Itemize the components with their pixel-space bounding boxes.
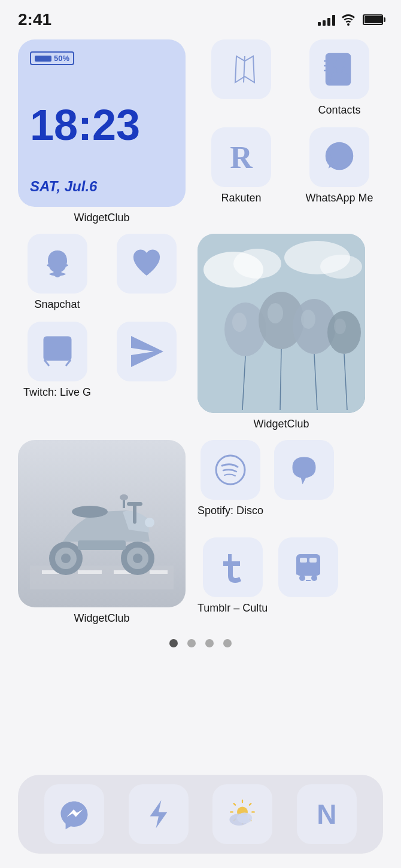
chat-icon [274, 440, 334, 500]
row-2: Snapchat [18, 234, 383, 430]
svg-point-26 [301, 310, 315, 329]
battery-icon [363, 14, 383, 25]
status-icons [318, 14, 383, 26]
svg-rect-35 [150, 570, 168, 574]
send-icon [117, 322, 177, 381]
clock-widget-container: 50% 18:23 SAT, Jul.6 WidgetClub [18, 39, 186, 224]
svg-point-43 [72, 506, 108, 518]
svg-marker-13 [131, 336, 163, 367]
svg-point-54 [299, 575, 305, 581]
svg-point-23 [268, 303, 283, 323]
svg-marker-57 [150, 800, 167, 829]
spotify-icon [200, 440, 260, 500]
app-spotify[interactable]: Spotify: Disco [198, 440, 263, 517]
row1-app-grid: Contacts R Rakuten WhatsApp Me [198, 39, 383, 204]
svg-rect-53 [296, 571, 320, 574]
whatsapp-icon [309, 127, 369, 187]
bolt-icon [142, 798, 175, 830]
row-1: 50% 18:23 SAT, Jul.6 WidgetClub [18, 39, 383, 224]
dock-reeder[interactable] [129, 784, 189, 844]
svg-point-28 [327, 311, 361, 354]
svg-point-20 [232, 313, 247, 332]
svg-point-29 [334, 319, 346, 334]
balloon-widget-label: WidgetClub [253, 418, 309, 430]
health-icon [117, 234, 177, 294]
page-dot-4[interactable] [223, 639, 232, 647]
dock-messenger[interactable] [44, 784, 104, 844]
svg-point-16 [233, 249, 281, 279]
clock-widget[interactable]: 50% 18:23 SAT, Jul.6 [18, 39, 186, 207]
signal-icon [318, 14, 335, 26]
page-dot-1[interactable] [169, 639, 178, 647]
scooter-widget-container: WidgetClub [18, 440, 186, 625]
snapchat-label: Snapchat [34, 298, 80, 311]
row3-app-row2: Tumblr – Cultu [198, 537, 383, 615]
snapchat-icon [28, 234, 87, 294]
widget-battery: 50% [30, 51, 174, 65]
app-snapchat[interactable]: Snapchat [18, 234, 96, 311]
dock: N [18, 775, 383, 854]
home-screen: 50% 18:23 SAT, Jul.6 WidgetClub [0, 33, 401, 625]
widget-date: SAT, Jul.6 [30, 178, 174, 195]
row2-app-grid: Snapchat [18, 234, 186, 399]
whatsapp-label: WhatsApp Me [305, 192, 373, 204]
svg-line-65 [250, 803, 251, 805]
twitch-label: Twitch: Live G [23, 386, 91, 399]
app-tumblr[interactable]: Tumblr – Cultu [198, 537, 268, 615]
maps-icon [211, 39, 271, 99]
tumblr-label: Tumblr – Cultu [198, 602, 268, 615]
svg-point-68 [237, 812, 252, 823]
svg-rect-52 [309, 558, 317, 563]
svg-point-38 [61, 554, 71, 563]
contacts-label: Contacts [318, 104, 360, 117]
app-rakuten[interactable]: R Rakuten [198, 127, 285, 204]
svg-point-41 [133, 554, 142, 563]
app-whatsapp[interactable]: WhatsApp Me [296, 127, 383, 204]
svg-rect-8 [44, 337, 71, 360]
battery-box: 50% [30, 51, 74, 65]
page-dots [0, 639, 401, 647]
row3-app-area: Spotify: Disco [198, 440, 383, 615]
app-transit[interactable] [278, 537, 338, 597]
rakuten-label: Rakuten [221, 192, 261, 204]
svg-point-0 [347, 23, 350, 26]
app-chat[interactable] [274, 440, 334, 500]
dock-notes[interactable]: N [297, 784, 357, 844]
svg-point-48 [120, 494, 128, 500]
spotify-label: Spotify: Disco [198, 505, 263, 517]
balloon-widget[interactable] [198, 234, 365, 413]
contacts-icon [309, 39, 369, 99]
svg-rect-42 [78, 540, 126, 550]
app-contacts[interactable]: Contacts [296, 39, 383, 117]
svg-rect-45 [127, 502, 142, 506]
transit-icon [278, 537, 338, 597]
svg-point-3 [334, 59, 345, 70]
svg-rect-33 [78, 570, 102, 574]
page-dot-3[interactable] [205, 639, 214, 647]
tumblr-icon [203, 537, 263, 597]
app-twitch[interactable]: Twitch: Live G [18, 322, 96, 399]
scooter-art-svg [30, 458, 174, 589]
page-dot-2[interactable] [187, 639, 196, 647]
app-health[interactable] [107, 234, 186, 311]
weather-icon [226, 798, 259, 830]
row-3: WidgetClub Spotify: Disco [18, 440, 383, 625]
svg-point-18 [320, 255, 362, 279]
svg-point-46 [145, 518, 154, 527]
notes-icon: N [317, 798, 336, 830]
svg-rect-51 [300, 558, 307, 563]
clock-widget-label: WidgetClub [74, 212, 129, 224]
wifi-icon [341, 14, 356, 26]
app-maps[interactable] [198, 39, 285, 117]
svg-line-63 [234, 803, 236, 805]
dock-weather[interactable] [212, 784, 272, 844]
scooter-widget[interactable] [18, 440, 186, 607]
app-messages[interactable] [107, 322, 186, 399]
status-time: 2:41 [18, 10, 51, 29]
messenger-icon [58, 798, 90, 830]
balloon-art [198, 234, 365, 413]
status-bar: 2:41 [0, 0, 401, 33]
rakuten-icon: R [211, 127, 271, 187]
scooter-widget-label: WidgetClub [74, 612, 129, 625]
svg-rect-31 [30, 566, 174, 589]
